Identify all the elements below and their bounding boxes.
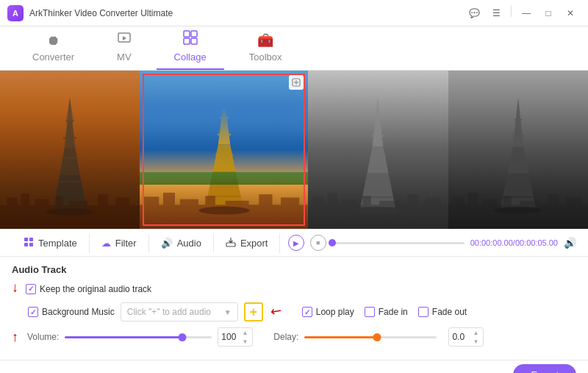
progress-track[interactable] xyxy=(332,242,465,244)
svg-rect-77 xyxy=(481,199,497,209)
chat-button[interactable]: 💬 xyxy=(464,5,484,21)
bg-music-label: Background Music xyxy=(42,307,115,317)
delay-number-input[interactable]: 0.0 ▲ ▼ xyxy=(448,327,484,347)
dropdown-arrow-icon: ▼ xyxy=(224,308,232,316)
svg-rect-39 xyxy=(206,196,216,209)
keep-original-checkbox[interactable] xyxy=(26,284,36,294)
bg-music-placeholder: Click "+" to add audio xyxy=(127,307,221,317)
collage-icon xyxy=(183,30,198,49)
svg-rect-75 xyxy=(451,196,464,208)
delay-thumb[interactable] xyxy=(373,333,381,341)
svg-marker-65 xyxy=(507,147,528,174)
svg-marker-47 xyxy=(368,147,389,174)
svg-rect-81 xyxy=(566,197,581,208)
export-toolbar-button[interactable]: Export xyxy=(214,233,281,253)
audio-button[interactable]: 🔊 Audio xyxy=(149,234,214,252)
red-arrow-2: ↗ xyxy=(267,302,285,322)
svg-rect-63 xyxy=(426,197,441,208)
divider xyxy=(511,5,512,17)
svg-rect-42 xyxy=(281,197,299,208)
tab-converter[interactable]: ⏺ Converter xyxy=(15,27,92,70)
svg-rect-60 xyxy=(362,196,370,209)
app-logo: A xyxy=(7,5,24,21)
audio-row-3: ↑ Volume: 100 ▲ ▼ Delay: xyxy=(12,327,576,347)
svg-rect-40 xyxy=(226,201,249,209)
add-audio-button[interactable]: + xyxy=(244,302,263,322)
export-icon xyxy=(226,237,236,249)
svg-rect-36 xyxy=(144,196,159,208)
tab-mv[interactable]: MV xyxy=(99,26,149,70)
loop-play-checkbox[interactable] xyxy=(302,307,312,317)
nav-tabs: ⏺ Converter MV Collage 🧰 Toolbox xyxy=(0,26,588,71)
svg-rect-84 xyxy=(24,243,28,246)
volume-thumb[interactable] xyxy=(179,333,187,341)
menu-button[interactable]: ☰ xyxy=(486,5,506,21)
svg-rect-85 xyxy=(29,243,33,246)
template-button[interactable]: Template xyxy=(12,233,90,253)
svg-rect-41 xyxy=(259,194,273,209)
bg-music-select[interactable]: Click "+" to add audio ▼ xyxy=(121,302,238,322)
svg-rect-23 xyxy=(115,197,129,209)
svg-rect-79 xyxy=(520,201,539,209)
svg-marker-6 xyxy=(60,148,80,175)
close-button[interactable]: ✕ xyxy=(560,5,581,21)
svg-marker-9 xyxy=(66,98,74,121)
delay-slider[interactable] xyxy=(304,336,437,338)
volume-number-input[interactable]: 100 ▲ ▼ xyxy=(218,327,253,347)
image-panel-1[interactable] xyxy=(0,71,140,229)
delay-up-arrow[interactable]: ▲ xyxy=(471,328,480,337)
titlebar: A ArkThinker Video Converter Ultimate 💬 … xyxy=(0,0,588,26)
image-panel-4[interactable] xyxy=(448,71,588,229)
export-button[interactable]: Export xyxy=(513,364,576,373)
bg-music-checkbox[interactable] xyxy=(28,307,38,317)
fade-out-checkbox[interactable] xyxy=(418,307,429,317)
fade-out-checkbox-wrap[interactable]: Fade out xyxy=(418,307,467,317)
volume-slider[interactable] xyxy=(65,336,212,338)
svg-marker-64 xyxy=(512,98,523,147)
keep-original-checkbox-wrap[interactable]: Keep the original audio track xyxy=(26,284,151,294)
audio-row-2: Background Music Click "+" to add audio … xyxy=(12,302,576,322)
stop-button[interactable]: ■ xyxy=(310,235,326,251)
svg-rect-57 xyxy=(312,196,324,208)
volume-spin-arrows[interactable]: ▲ ▼ xyxy=(240,328,249,346)
svg-rect-33 xyxy=(220,96,227,100)
loop-play-label: Loop play xyxy=(316,307,354,317)
delay-label: Delay: xyxy=(273,332,298,342)
add-overlay-icon[interactable] xyxy=(289,75,304,90)
loop-play-checkbox-wrap[interactable]: Loop play xyxy=(302,307,354,317)
fade-in-checkbox-wrap[interactable]: Fade in xyxy=(365,307,408,317)
minimize-button[interactable]: — xyxy=(516,5,537,21)
volume-down-arrow[interactable]: ▼ xyxy=(240,337,249,346)
svg-rect-82 xyxy=(24,238,28,241)
filter-button[interactable]: ☁ Filter xyxy=(90,234,149,252)
volume-up-arrow[interactable]: ▲ xyxy=(240,328,249,337)
play-button[interactable]: ▶ xyxy=(288,235,304,251)
mv-icon xyxy=(118,32,131,49)
image-panel-3[interactable] xyxy=(308,71,448,229)
bg-music-checkbox-wrap[interactable]: Background Music xyxy=(28,307,115,317)
delay-spin-arrows[interactable]: ▲ ▼ xyxy=(471,328,480,346)
tab-collage[interactable]: Collage xyxy=(157,24,224,70)
audio-row-1: ↑ Keep the original audio track xyxy=(12,281,576,296)
playback-controls: ▶ ■ 00:00:00.00/00:00:05.00 🔊 xyxy=(288,235,576,251)
image-panel-2[interactable] xyxy=(140,71,308,229)
audio-icon: 🔊 xyxy=(161,238,173,249)
tab-toolbox[interactable]: 🧰 Toolbox xyxy=(232,26,300,70)
volume-icon[interactable]: 🔊 xyxy=(564,237,576,249)
svg-rect-58 xyxy=(328,193,337,209)
volume-label: Volume: xyxy=(27,332,59,342)
maximize-button[interactable]: □ xyxy=(538,5,559,21)
audio-section-title: Audio Track xyxy=(12,264,576,275)
fade-in-checkbox[interactable] xyxy=(365,307,375,317)
svg-marker-25 xyxy=(212,145,235,172)
svg-rect-21 xyxy=(70,200,87,209)
svg-rect-78 xyxy=(503,196,511,209)
red-arrow-1: ↑ xyxy=(12,281,18,296)
volume-slider-row: Volume: 100 ▲ ▼ xyxy=(27,327,253,347)
audio-area: Audio Track ↑ Keep the original audio tr… xyxy=(0,257,588,360)
volume-fill xyxy=(65,336,182,338)
delay-fill xyxy=(304,336,377,338)
svg-rect-1 xyxy=(184,31,190,37)
delay-down-arrow[interactable]: ▼ xyxy=(471,337,480,346)
svg-rect-37 xyxy=(163,193,175,209)
